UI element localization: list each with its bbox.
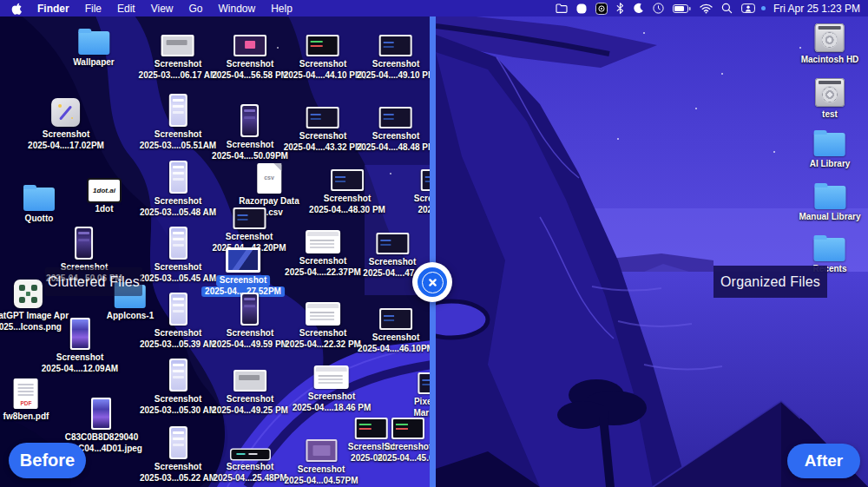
desktop-icon[interactable]: Manual Library bbox=[799, 176, 860, 223]
menu-item[interactable]: Window bbox=[211, 3, 264, 15]
desktop-icon[interactable]: Screenshot 2025-04....27.52PM bbox=[201, 240, 285, 297]
after-button[interactable]: After bbox=[787, 444, 860, 478]
after-desktop-pane[interactable]: Macintosh HD test AI Library bbox=[436, 0, 868, 487]
battery-icon[interactable] bbox=[668, 4, 695, 13]
desktop-icon[interactable]: Screenshot 2025-04....48.48 PM bbox=[357, 95, 432, 153]
cluttered-files-caption: Cluttered Files bbox=[45, 267, 142, 296]
file-label: Screenshot 2025-03...05.30 AM bbox=[140, 394, 216, 416]
file-icon bbox=[89, 180, 120, 201]
desktop-icon[interactable]: Screenshot 2025-04....18.46 PM bbox=[293, 356, 372, 413]
menu-item[interactable]: View bbox=[143, 3, 181, 15]
file-name-line1: Manual Library bbox=[799, 212, 860, 223]
file-icon bbox=[233, 207, 266, 229]
file-name-line2: 2025-03....05.51AM bbox=[140, 141, 216, 152]
shape-icon[interactable] bbox=[572, 3, 591, 14]
file-name-line1: Screenshot bbox=[299, 328, 346, 339]
bluetooth-icon[interactable] bbox=[612, 3, 628, 14]
desktop-icon[interactable]: Screenshot 2025-04....46.10PM bbox=[358, 297, 432, 354]
file-icon bbox=[169, 359, 187, 392]
clock-icon[interactable] bbox=[648, 3, 668, 14]
desktop-icon[interactable]: Screenshot 2025-03...05.39 AM bbox=[140, 293, 216, 350]
desktop-icon[interactable]: 1dot bbox=[89, 168, 120, 215]
menu-items: FinderFileEditViewGoWindowHelp bbox=[30, 0, 300, 17]
desktop-icon[interactable]: Screenshot 2025-04...49.59 PM bbox=[212, 293, 288, 350]
screen-record-tile-icon[interactable] bbox=[591, 3, 612, 15]
desktop-icon[interactable]: Screenshot 2025-03....06.17 AM bbox=[139, 23, 218, 81]
file-icon bbox=[306, 107, 339, 128]
desktop-icon[interactable]: Screenshot 2025-04...56.58 PM bbox=[212, 23, 288, 81]
desktop-icon[interactable]: Screenshot 2025-04...48.30 PM bbox=[309, 158, 385, 215]
desktop-icon[interactable]: Screenshot 2025-04....43.32 PM bbox=[284, 95, 363, 153]
desktop-icon[interactable]: test bbox=[815, 74, 845, 121]
file-name-line2: 2025-04...49.25 PM bbox=[212, 405, 288, 417]
desktop-icon[interactable]: fw8ben.pdf bbox=[3, 376, 49, 423]
file-icon bbox=[815, 23, 845, 52]
desktop-icon[interactable]: Screenshot 2025-04....12.09AM bbox=[42, 317, 118, 374]
desktop-icon[interactable]: Macintosh HD bbox=[801, 19, 859, 66]
file-name-line1: Screenshot bbox=[216, 275, 270, 286]
file-name-line2: 2025-04....22.37PM bbox=[285, 267, 361, 279]
desktop-icon[interactable]: Wallpaper bbox=[73, 22, 114, 69]
menu-item[interactable]: Go bbox=[181, 3, 211, 15]
apple-menu-icon[interactable] bbox=[0, 3, 30, 15]
user-switch-icon[interactable] bbox=[737, 3, 760, 13]
file-label: Screenshot 2025-03...05.39 AM bbox=[140, 328, 216, 350]
desktop-icon[interactable]: AI Library bbox=[810, 123, 851, 170]
comparison-handle[interactable] bbox=[412, 262, 452, 302]
file-name-line1: Screenshot bbox=[227, 59, 273, 70]
menu-clock[interactable]: Fri Apr 25 1:23 PM bbox=[766, 3, 860, 15]
before-desktop-pane[interactable]: Wallpaper Screenshot 2025-03....06.17 AM… bbox=[0, 0, 432, 487]
moon-icon[interactable] bbox=[628, 3, 648, 14]
file-name-line1: Screenshot bbox=[372, 59, 419, 70]
file-name-line1: Screenshot bbox=[227, 328, 273, 339]
file-label: Screenshot 2025-04...25.48PM bbox=[213, 462, 286, 484]
file-name-line2: 2025-03....06.17 AM bbox=[139, 70, 218, 82]
file-icon bbox=[52, 98, 81, 127]
desktop-icon[interactable]: Screenshot 2025-03...05.22 AM bbox=[140, 426, 216, 484]
desktop-icon[interactable]: Screenshot 2025-03....05.51AM bbox=[140, 94, 216, 151]
file-name-line1: Screenshot bbox=[155, 328, 201, 339]
menu-item[interactable]: File bbox=[77, 3, 109, 15]
desktop-icon[interactable]: Quotto bbox=[23, 178, 55, 225]
file-name-line1: Screenshot bbox=[56, 352, 103, 364]
desktop-icon[interactable]: Screenshot 2025-04...22.32 PM bbox=[285, 293, 361, 350]
menu-bar-status: Fri Apr 25 1:23 PM bbox=[551, 0, 868, 16]
desktop-icon[interactable]: Screenshot 2025-04....22.37PM bbox=[285, 220, 361, 278]
file-icon bbox=[814, 186, 845, 209]
file-name-line1: Screenshot bbox=[299, 59, 346, 70]
file-name-line1: C83C0B8D829040 bbox=[65, 432, 139, 444]
file-icon bbox=[169, 293, 187, 326]
file-label: AI Library bbox=[810, 159, 851, 170]
desktop-icon[interactable]: Screenshot 2025-03...05.30 AM bbox=[140, 359, 216, 416]
file-icon bbox=[92, 398, 112, 430]
menu-bar-left: FinderFileEditViewGoWindowHelp bbox=[0, 0, 300, 16]
desktop-icon[interactable]: Screenshot 2025-03...05.48 AM bbox=[140, 161, 216, 218]
file-icon bbox=[233, 35, 266, 56]
file-label: Screenshot 2025-04....17.02PM bbox=[28, 129, 104, 151]
search-icon[interactable] bbox=[717, 3, 737, 14]
file-name-line1: Screenshot bbox=[299, 256, 346, 267]
file-label: Screenshot 2025-04....22.37PM bbox=[285, 256, 361, 278]
file-icon bbox=[379, 308, 412, 330]
folder-icon[interactable] bbox=[551, 3, 572, 13]
desktop-icon[interactable]: Screenshot 2025-04....50.09PM bbox=[212, 104, 288, 161]
desktop-icon[interactable]: Screenshot 2025-04...25.48PM bbox=[213, 426, 286, 484]
file-label: Quotto bbox=[25, 214, 54, 225]
desktop-icon[interactable]: Screenshot 2025-04....47.3 bbox=[363, 221, 421, 279]
file-name-line1: Screenshot bbox=[298, 464, 345, 476]
comparison-divider[interactable] bbox=[430, 0, 436, 487]
menu-item[interactable]: Edit bbox=[109, 3, 143, 15]
file-name-line2: 2025-04....46.10PM bbox=[358, 344, 432, 355]
desktop-icon[interactable]: Screenshot 2025-04....49.10 PM bbox=[357, 23, 432, 81]
before-button[interactable]: Before bbox=[9, 443, 86, 478]
menu-item[interactable]: Help bbox=[263, 3, 300, 15]
desktop-icon[interactable]: Screenshot 2025-04...49.25 PM bbox=[212, 359, 288, 416]
desktop-icon[interactable]: Screenshot 2025-04...45.05 bbox=[378, 406, 432, 464]
desktop-icon[interactable]: Screenshot 2025-04...04.57PM bbox=[284, 429, 358, 486]
desktop-icon[interactable]: Screenshot 2025-04....17.02PM bbox=[28, 94, 104, 151]
desktop-icon[interactable]: Screenshot 2025-04....44.10 PM bbox=[284, 23, 363, 81]
wifi-icon[interactable] bbox=[695, 3, 717, 14]
file-icon bbox=[233, 370, 266, 392]
file-icon bbox=[169, 227, 187, 260]
menu-item[interactable]: Finder bbox=[30, 3, 77, 15]
